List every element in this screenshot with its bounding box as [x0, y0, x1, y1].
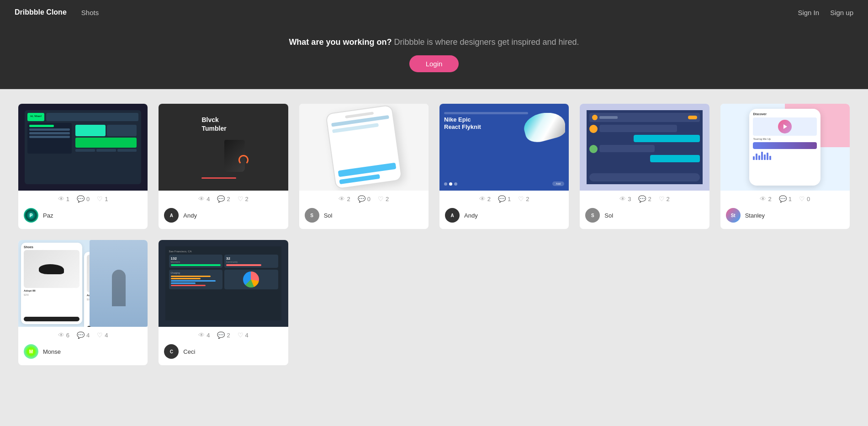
author-avatar-7: M — [24, 344, 38, 359]
author-name-8: Ceci — [183, 348, 195, 355]
login-button[interactable]: Login — [409, 55, 459, 72]
hero-tagline: Dribbble is where designers get inspired… — [392, 37, 579, 47]
shot-illustration-4: Nike EpicReact Flyknit Add — [439, 104, 569, 191]
shot-stats-4: 👁2 💬1 ♡2 — [439, 191, 569, 206]
author-name-4: Andy — [464, 212, 478, 219]
author-name-3: Sol — [324, 212, 333, 219]
shot-author-4: A Andy — [439, 206, 569, 229]
shot-card-1[interactable]: Hi, Nhan! — [18, 104, 148, 229]
brand-logo: Dribbble Clone — [15, 8, 67, 16]
shot-card-4[interactable]: Nike EpicReact Flyknit Add — [439, 104, 569, 229]
shot-illustration-8: San Francisco, CA 132 Members 32 Communi… — [165, 246, 282, 320]
author-name-2: Andy — [183, 212, 197, 219]
author-avatar-1: P — [24, 208, 38, 223]
shot-card-8[interactable]: San Francisco, CA 132 Members 32 Communi… — [159, 240, 288, 365]
shot-author-5: S Sol — [580, 206, 709, 229]
shot-author-2: A Andy — [159, 206, 288, 229]
shot-thumb-7: Shoes Adopt 88 $250 Adopt 88 $180 — [18, 240, 148, 327]
author-avatar-5: S — [585, 208, 600, 223]
nav-right: Sign In Sign up — [798, 9, 853, 16]
sign-in-link[interactable]: Sign In — [798, 9, 819, 16]
shots-grid-row1: Hi, Nhan! — [18, 104, 850, 229]
sign-up-link[interactable]: Sign up — [830, 9, 853, 16]
shot-author-6: St Stanley — [720, 206, 850, 229]
shot-card-2[interactable]: BlvckTumbler 👁4 💬2 ♡2 A Andy — [159, 104, 288, 229]
shot-illustration-1: Hi, Nhan! — [25, 110, 141, 184]
shot-card-5[interactable]: 👁3 💬2 ♡2 S Sol — [580, 104, 709, 229]
shot-stats-1: 👁1 💬0 ♡1 — [18, 191, 148, 206]
author-avatar-3: S — [305, 208, 319, 223]
shot-thumb-3 — [299, 104, 429, 191]
shot-author-8: C Ceci — [159, 342, 288, 365]
shot-stats-5: 👁3 💬2 ♡2 — [580, 191, 709, 206]
shot-thumb-1: Hi, Nhan! — [18, 104, 148, 191]
shot-stats-8: 👁4 💬2 ♡4 — [159, 327, 288, 342]
shot-stats-7: 👁6 💬4 ♡4 — [18, 327, 148, 342]
hero-section: What are you working on? Dribbble is whe… — [0, 25, 868, 89]
shot-illustration-3 — [325, 105, 402, 190]
shot-stats-3: 👁2 💬0 ♡2 — [299, 191, 429, 206]
shot-thumb-5 — [580, 104, 709, 191]
author-name-1: Paz — [43, 212, 53, 219]
hero-text: What are you working on? Dribbble is whe… — [0, 37, 868, 47]
shot-author-7: M Monse — [18, 342, 148, 365]
author-name-5: Sol — [604, 212, 613, 219]
shot-card-3[interactable]: 👁2 💬0 ♡2 S Sol — [299, 104, 429, 229]
main-content: Hi, Nhan! — [0, 89, 868, 380]
shot-illustration-2: BlvckTumbler — [194, 104, 252, 191]
shot-illustration-6: Discover Touring Me Up — [720, 104, 850, 191]
shot-thumb-6: Discover Touring Me Up — [720, 104, 850, 191]
shot-card-6[interactable]: Discover Touring Me Up — [720, 104, 850, 229]
author-avatar-6: St — [726, 208, 741, 223]
navbar: Dribbble Clone Shots Sign In Sign up — [0, 0, 868, 25]
shots-grid-row2: Shoes Adopt 88 $250 Adopt 88 $180 — [18, 240, 850, 365]
nav-shots-link[interactable]: Shots — [81, 9, 99, 16]
shot-illustration-7: Shoes Adopt 88 $250 Adopt 88 $180 — [18, 240, 148, 327]
author-name-7: Monse — [43, 348, 61, 355]
shot-stats-2: 👁4 💬2 ♡2 — [159, 191, 288, 206]
author-avatar-2: A — [164, 208, 179, 223]
shot-author-1: P Paz — [18, 206, 148, 229]
shot-thumb-8: San Francisco, CA 132 Members 32 Communi… — [159, 240, 288, 327]
shot-card-7[interactable]: Shoes Adopt 88 $250 Adopt 88 $180 — [18, 240, 148, 365]
shot-author-3: S Sol — [299, 206, 429, 229]
author-avatar-4: A — [445, 208, 460, 223]
shot-thumb-4: Nike EpicReact Flyknit Add — [439, 104, 569, 191]
shot-stats-6: 👁2 💬1 ♡0 — [720, 191, 850, 206]
shot-thumb-2: BlvckTumbler — [159, 104, 288, 191]
author-name-6: Stanley — [745, 212, 765, 219]
author-avatar-8: C — [164, 344, 179, 359]
shot-illustration-5 — [587, 110, 703, 184]
hero-question: What are you working on? — [289, 37, 392, 47]
